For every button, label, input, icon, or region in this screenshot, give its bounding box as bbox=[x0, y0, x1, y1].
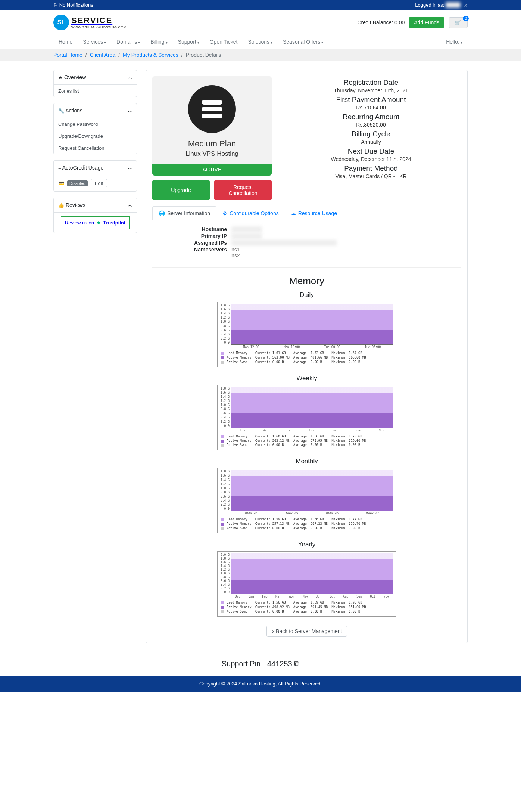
server-info-rows: Hostnamehidden Primary IPhidden Assigned… bbox=[152, 226, 461, 258]
chevron-up-icon bbox=[128, 107, 132, 114]
sidebar-zones-list[interactable]: Zones list bbox=[54, 85, 137, 97]
star-icon: ★ bbox=[58, 75, 63, 80]
ns2-value: ns2 bbox=[231, 252, 461, 258]
database-icon bbox=[188, 85, 236, 133]
tab-server-info[interactable]: 🌐 Server Information bbox=[152, 206, 216, 220]
product-summary-card: Medium Plan Linux VPS Hosting ACTIVE bbox=[152, 76, 272, 176]
sidebar-change-password[interactable]: Change Password bbox=[54, 118, 137, 130]
cart-icon: 🛒 bbox=[455, 20, 461, 25]
reviews-title: Reviews bbox=[66, 202, 85, 208]
support-pin: Support Pin - 441253 ⧉ bbox=[0, 652, 521, 676]
breadcrumb-bar: Portal Home / Client Area / My Products … bbox=[0, 49, 521, 61]
nav-hello[interactable]: Hello, bbox=[441, 35, 468, 49]
panel-actions-head[interactable]: 🔧 Actions bbox=[54, 103, 137, 118]
hostname-label: Hostname bbox=[152, 226, 227, 232]
logo-text: SERVICE WWW.SRILANKAHOSTING.COM bbox=[71, 16, 127, 29]
next-due-label: Next Due Date bbox=[281, 147, 461, 155]
memory-chart-daily: 1.8 G1.6 G1.4 G1.2 G1.0 G0.8 G0.6 G0.4 G… bbox=[217, 302, 396, 367]
tabs: 🌐 Server Information ⚙ Configurable Opti… bbox=[152, 206, 461, 220]
autocredit-title: AutoCredit Usage bbox=[62, 165, 104, 171]
notifications-link[interactable]: ⚐ No Notifications bbox=[53, 2, 93, 8]
nav-home[interactable]: Home bbox=[53, 35, 78, 49]
assigned-ips-value: hidden bbox=[231, 240, 337, 246]
payment-method: Visa, Master Cards / QR - LKR bbox=[281, 173, 461, 179]
logo-icon: SL bbox=[53, 15, 69, 30]
payment-method-label: Payment Method bbox=[281, 164, 461, 173]
trustpilot-link[interactable]: Review us on ★ Trustpilot bbox=[61, 216, 130, 229]
logo[interactable]: SL SERVICE WWW.SRILANKAHOSTING.COM bbox=[53, 15, 127, 30]
sidebar-upgrade-downgrade[interactable]: Upgrade/Downgrade bbox=[54, 130, 137, 142]
copy-icon[interactable]: ⧉ bbox=[294, 660, 299, 668]
sidebar-request-cancellation[interactable]: Request Cancellation bbox=[54, 142, 137, 154]
panel-overview-head[interactable]: ★ Overview bbox=[54, 70, 137, 85]
tab-resource-usage[interactable]: ☁ Resource Usage bbox=[285, 206, 343, 220]
panel-autocredit: ≡ AutoCredit Usage 💳 Disabled Edit bbox=[53, 160, 137, 192]
request-cancellation-button[interactable]: Request Cancellation bbox=[214, 180, 272, 200]
chevron-up-icon bbox=[128, 164, 132, 171]
reg-date: Thursday, November 11th, 2021 bbox=[281, 87, 461, 93]
status-badge: ACTIVE bbox=[152, 164, 272, 176]
panel-overview: ★ Overview Zones list bbox=[53, 70, 137, 97]
shuffle-icon[interactable]: ⤭ bbox=[464, 2, 468, 8]
breadcrumb-my-products[interactable]: My Products & Services bbox=[123, 52, 178, 58]
nav-services[interactable]: Services bbox=[78, 35, 111, 49]
back-to-server-mgmt-button[interactable]: « Back to Server Management bbox=[266, 626, 347, 637]
autocredit-status: Disabled bbox=[67, 180, 88, 186]
add-funds-button[interactable]: Add Funds bbox=[409, 17, 444, 28]
memory-chart-weekly: 1.8 G1.6 G1.4 G1.2 G1.0 G0.8 G0.6 G0.4 G… bbox=[217, 385, 396, 450]
actions-title: Actions bbox=[65, 108, 82, 114]
plan-name: Medium Plan bbox=[158, 139, 266, 149]
first-payment: Rs.71064.00 bbox=[281, 105, 461, 111]
chart-title-yearly: Yearly bbox=[152, 541, 461, 548]
trustpilot-star-icon: ★ bbox=[96, 220, 101, 226]
recurring: Rs.80520.00 bbox=[281, 122, 461, 128]
nav-domains[interactable]: Domains bbox=[111, 35, 145, 49]
nav-support[interactable]: Support bbox=[173, 35, 205, 49]
autocredit-edit-button[interactable]: Edit bbox=[91, 179, 107, 187]
nav-solutions[interactable]: Solutions bbox=[243, 35, 278, 49]
breadcrumb-client-area[interactable]: Client Area bbox=[90, 52, 115, 58]
chevron-up-icon bbox=[128, 202, 132, 208]
nav-seasonal[interactable]: Seasonal Offers bbox=[278, 35, 328, 49]
panel-reviews-head[interactable]: 👍 Reviews bbox=[54, 198, 137, 213]
memory-charts: Daily1.8 G1.6 G1.4 G1.2 G1.0 G0.8 G0.6 G… bbox=[152, 291, 461, 617]
gear-icon: ⚙ bbox=[222, 210, 227, 216]
plan-type: Linux VPS Hosting bbox=[158, 150, 266, 158]
nav-billing[interactable]: Billing bbox=[145, 35, 172, 49]
credit-balance: Credit Balance: 0.00 bbox=[357, 19, 405, 25]
cart-count: 0 bbox=[463, 16, 469, 21]
primary-ip-label: Primary IP bbox=[152, 233, 227, 239]
card-icon: 💳 bbox=[58, 180, 64, 186]
memory-chart-monthly: 1.8 G1.6 G1.4 G1.2 G1.0 G0.8 G0.6 G0.4 G… bbox=[217, 468, 396, 533]
navbar: Home Services Domains Billing Support Op… bbox=[0, 35, 521, 49]
memory-heading: Memory bbox=[152, 275, 461, 287]
coins-icon: ≡ bbox=[58, 165, 61, 171]
nav-open-ticket[interactable]: Open Ticket bbox=[205, 35, 243, 49]
breadcrumb-portal-home[interactable]: Portal Home bbox=[53, 52, 82, 58]
primary-ip-value: hidden bbox=[231, 233, 262, 239]
footer: Copyright © 2024 SriLanka Hosting, All R… bbox=[0, 676, 521, 692]
panel-autocredit-head[interactable]: ≡ AutoCredit Usage bbox=[54, 161, 137, 175]
chart-title-daily: Daily bbox=[152, 291, 461, 299]
ns1-value: ns1 bbox=[231, 247, 461, 252]
memory-chart-yearly: 2.0 G1.8 G1.6 G1.4 G1.2 G1.0 G0.8 G0.6 G… bbox=[217, 551, 396, 617]
breadcrumb-current: Product Details bbox=[186, 52, 221, 58]
nameservers-label: Nameservers bbox=[152, 247, 227, 258]
sidebar: ★ Overview Zones list 🔧 Actions Change P… bbox=[53, 70, 137, 239]
tab-config-options[interactable]: ⚙ Configurable Options bbox=[216, 206, 285, 220]
recurring-label: Recurring Amount bbox=[281, 113, 461, 121]
assigned-ips-label: Assigned IPs bbox=[152, 240, 227, 246]
panel-actions: 🔧 Actions Change Password Upgrade/Downgr… bbox=[53, 103, 137, 154]
cloud-icon: ☁ bbox=[291, 210, 296, 216]
cart-button[interactable]: 🛒 0 bbox=[449, 17, 468, 28]
breadcrumb: Portal Home / Client Area / My Products … bbox=[53, 52, 468, 58]
flag-icon: ⚐ bbox=[53, 2, 59, 8]
notifications-text: No Notifications bbox=[59, 2, 93, 8]
topbar: ⚐ No Notifications Logged in as: ⤭ bbox=[0, 0, 521, 10]
next-due: Wednesday, December 11th, 2024 bbox=[281, 156, 461, 162]
panel-reviews: 👍 Reviews Review us on ★ Trustpilot bbox=[53, 198, 137, 233]
overview-title: Overview bbox=[64, 74, 86, 80]
upgrade-button[interactable]: Upgrade bbox=[152, 180, 210, 200]
billing-details: Registration Date Thursday, November 11t… bbox=[281, 76, 461, 200]
logged-in-label: Logged in as: bbox=[415, 2, 444, 8]
